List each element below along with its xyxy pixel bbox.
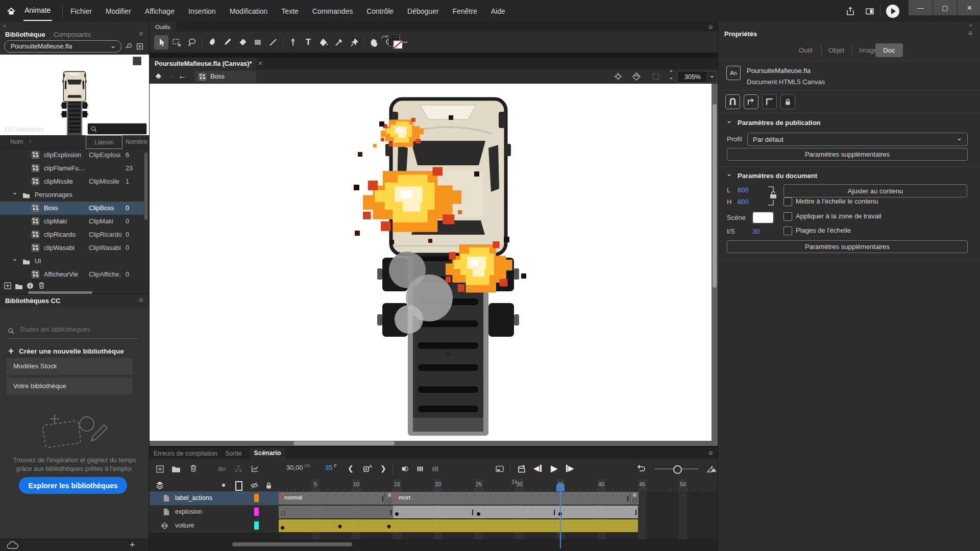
- close-button[interactable]: ✕: [957, 0, 980, 15]
- share-icon[interactable]: [844, 6, 856, 17]
- tab-timeline[interactable]: Scénario: [250, 447, 285, 459]
- link-dimensions-icon[interactable]: [765, 184, 778, 208]
- stage-canvas[interactable]: [150, 84, 712, 441]
- library-scrollbar[interactable]: [144, 153, 148, 220]
- frame-view-icon[interactable]: [495, 464, 505, 474]
- breadcrumb-symbol-chip[interactable]: Boss: [194, 71, 256, 82]
- frame-rate-field[interactable]: 30,00 I/S: [286, 464, 310, 471]
- library-hscrollbar[interactable]: [28, 291, 92, 294]
- tab-objet[interactable]: Objet: [828, 46, 844, 54]
- fps-value[interactable]: 30: [752, 228, 760, 235]
- frame-span-explosion-25[interactable]: [475, 506, 556, 518]
- selection-tool[interactable]: [154, 35, 168, 49]
- cc-card-votre-bibliothèque[interactable]: Votre bibliothèque: [6, 378, 133, 395]
- new-layer-icon[interactable]: [155, 464, 165, 474]
- prev-keyframe-icon[interactable]: ❮: [348, 464, 354, 472]
- folder-expand-chevron-icon[interactable]: ⌄: [12, 189, 17, 196]
- stage-color-swatch[interactable]: [752, 212, 774, 223]
- new-folder-icon[interactable]: [14, 282, 23, 291]
- column-nom[interactable]: Nom: [10, 138, 23, 145]
- zoom-step-down-icon[interactable]: ⌄: [669, 74, 673, 81]
- section-chevron-icon[interactable]: ⌄: [726, 170, 732, 178]
- menu-modification[interactable]: Modification: [230, 7, 268, 15]
- cc-create-library[interactable]: + Créer une nouvelle bibliothèque: [8, 346, 124, 356]
- layer-row-voiture[interactable]: voiture: [150, 519, 279, 533]
- rulers-toggle[interactable]: [762, 94, 777, 109]
- collapse-properties-icon[interactable]: «: [969, 22, 972, 28]
- next-keyframe-icon[interactable]: ❯: [380, 464, 386, 472]
- play-icon[interactable]: ▶: [551, 463, 558, 474]
- stroke-fill-swatches[interactable]: [387, 35, 404, 50]
- menu-aide[interactable]: Aide: [491, 7, 505, 15]
- insert-keyframe-icon[interactable]: [362, 463, 373, 474]
- cc-sync-cloud-icon[interactable]: [6, 541, 19, 549]
- sort-asc-icon[interactable]: ↑: [29, 138, 32, 145]
- delete-layer-icon[interactable]: [188, 463, 199, 473]
- doc-section-title[interactable]: Paramètres du document: [738, 172, 817, 180]
- library-row-clipMaki[interactable]: clipMakiClipMaki0: [0, 215, 144, 228]
- shift-keyframes-icon[interactable]: [635, 463, 647, 474]
- scene-icon[interactable]: ♣: [156, 71, 161, 81]
- fluid-brush-tool[interactable]: [205, 35, 219, 49]
- properties-menu-icon[interactable]: ≡: [968, 29, 972, 37]
- transform-toggle[interactable]: [744, 94, 758, 109]
- cc-card-modèles-stock[interactable]: Modèles Stock: [6, 358, 133, 375]
- width-value[interactable]: 600: [738, 186, 749, 194]
- document-tab[interactable]: PoursuiteMafieuse.fla (Canvas)* ✕: [150, 58, 257, 69]
- fit-to-content-button[interactable]: Ajuster au contenu: [783, 184, 967, 197]
- profile-select[interactable]: Par défaut ⌄: [747, 133, 968, 146]
- resize-timeline-view-icon[interactable]: [706, 463, 717, 474]
- library-row-clipRicardo[interactable]: clipRicardoClipRicardo0: [0, 228, 144, 241]
- library-row-Personnages[interactable]: ⌄Personnages: [0, 188, 144, 202]
- folder-expand-chevron-icon[interactable]: ⌄: [12, 255, 17, 262]
- cc-panel-title[interactable]: Bibliothèques CC: [5, 297, 60, 305]
- onion-outlines-icon[interactable]: [415, 464, 425, 474]
- timeline-zoom-slider[interactable]: [655, 468, 699, 469]
- asset-warp-tool[interactable]: [347, 35, 361, 49]
- outline-layers-icon[interactable]: [235, 481, 242, 491]
- pen-tool[interactable]: [286, 35, 300, 49]
- rotate-view-icon[interactable]: [631, 71, 642, 82]
- hand-tool[interactable]: [367, 35, 381, 49]
- menu-affichage[interactable]: Affichage: [145, 7, 175, 15]
- cc-add-icon[interactable]: +: [130, 540, 135, 550]
- library-row-clipWasabi[interactable]: clipWasabiClipWasabi0: [0, 241, 144, 255]
- timeline-hscroll-thumb[interactable]: [232, 542, 352, 546]
- lasso-tool[interactable]: [185, 35, 199, 49]
- zoom-dropdown-button[interactable]: ⌄: [707, 71, 717, 83]
- library-row-clipMissile[interactable]: clipMissileClipMissile1: [0, 175, 144, 188]
- close-tab-icon[interactable]: ✕: [258, 60, 262, 67]
- app-name[interactable]: Animate: [24, 6, 51, 14]
- new-layer-folder-icon[interactable]: [171, 464, 181, 473]
- delete-item-icon[interactable]: [37, 281, 46, 290]
- properties-title[interactable]: Propriétés: [724, 30, 757, 38]
- menu-insertion[interactable]: Insertion: [188, 7, 216, 15]
- menu-texte[interactable]: Texte: [281, 7, 298, 15]
- graph-editor-icon[interactable]: [250, 464, 260, 474]
- tab-compile-errors[interactable]: Erreurs de compilation: [154, 450, 217, 457]
- tab-doc[interactable]: Doc: [875, 43, 903, 57]
- line-tool[interactable]: [266, 35, 280, 49]
- frame-span-explosion-1[interactable]: [279, 506, 393, 518]
- frame-span-explosion-15[interactable]: [393, 506, 475, 518]
- menu-déboguer[interactable]: Déboguer: [407, 7, 439, 15]
- text-tool[interactable]: T: [301, 35, 315, 49]
- layer-row-label_actions[interactable]: label_actions: [150, 491, 279, 506]
- paint-bucket-tool[interactable]: [316, 35, 331, 49]
- rectangle-tool[interactable]: [251, 35, 265, 49]
- cc-panel-menu-icon[interactable]: ≡: [139, 296, 143, 304]
- current-frame-field[interactable]: 35 F: [325, 464, 337, 471]
- frame-span-explosion-35[interactable]: [556, 506, 638, 518]
- scale-content-checkbox[interactable]: [783, 197, 792, 206]
- library-row-clipExplosion[interactable]: clipExplosionClipExplosi…6: [0, 148, 144, 162]
- eraser-tool[interactable]: [235, 35, 250, 49]
- playhead-head[interactable]: [556, 484, 565, 491]
- step-back-icon[interactable]: ◀: [533, 464, 542, 473]
- classic-brush-tool[interactable]: [220, 35, 234, 49]
- back-arrow-icon[interactable]: ←: [178, 71, 186, 81]
- tab-outil[interactable]: Outil: [799, 46, 813, 54]
- frame-span-label_actions-44[interactable]: a: [630, 492, 639, 505]
- hide-layers-icon[interactable]: [250, 481, 259, 490]
- frame-span-voiture-1[interactable]: [279, 519, 638, 532]
- timeline-panel-menu-icon[interactable]: ≡: [708, 449, 713, 457]
